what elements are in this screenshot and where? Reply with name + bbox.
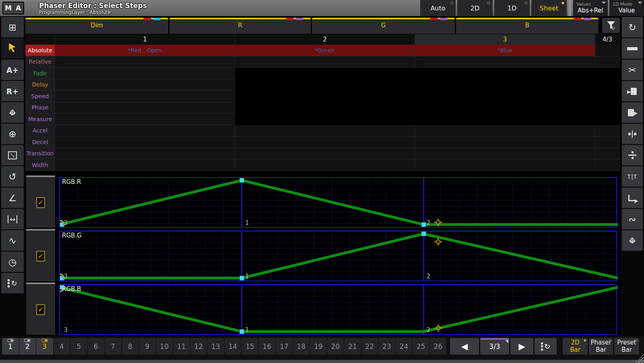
graph-checkbox-rgb.r[interactable]: ✓	[36, 197, 45, 208]
page-next-button[interactable]: ▶	[510, 338, 533, 355]
step-column-4/3[interactable]: 4/3	[595, 34, 620, 45]
page-indicator[interactable]: 3/3	[480, 338, 509, 355]
row-label-measure[interactable]: Measure	[25, 113, 55, 125]
table-cell[interactable]	[235, 56, 415, 68]
row-label-phase[interactable]: Phase	[25, 102, 55, 114]
ma-logo-icon[interactable]: MA	[2, 2, 24, 14]
paste-after-button[interactable]: ▶	[622, 102, 643, 123]
arrange-grid-button[interactable]: ⊞	[1, 17, 24, 37]
row-label-speed[interactable]: Speed	[25, 91, 55, 102]
table-cell[interactable]	[55, 91, 235, 102]
phaser-step-15[interactable]: 15	[242, 338, 258, 355]
phaser-step-13[interactable]: 13	[207, 338, 224, 355]
table-cell[interactable]	[595, 148, 620, 160]
table-cell[interactable]: *Green	[235, 45, 415, 56]
table-cell[interactable]	[415, 125, 595, 137]
table-cell[interactable]	[55, 79, 235, 91]
phaser-step-18[interactable]: 18	[293, 338, 310, 355]
attribute-tab-g[interactable]: G	[312, 18, 455, 34]
graph-panel-rgb.b[interactable]: RGB.B312	[59, 284, 617, 335]
table-cell[interactable]	[55, 68, 235, 79]
table-cell[interactable]	[235, 159, 415, 171]
attribute-tab-r[interactable]: R	[169, 18, 311, 34]
row-label-transition[interactable]: Transition	[25, 148, 55, 160]
graph-panel-rgb.r[interactable]: RGB.R312	[59, 177, 617, 228]
phaser-curve-rgb.b[interactable]	[60, 285, 618, 334]
phaser-step-16[interactable]: 16	[259, 338, 276, 355]
table-cell[interactable]	[235, 125, 415, 137]
rotate-button[interactable]: ↺	[1, 166, 24, 187]
step-column-1[interactable]: 1	[55, 34, 235, 45]
row-label-width[interactable]: Width	[25, 159, 55, 171]
graph-panel-rgb.g[interactable]: RGB.G312	[59, 231, 617, 281]
filter-button[interactable]: ↻	[602, 18, 620, 33]
table-cell[interactable]	[415, 148, 595, 160]
table-cell[interactable]: *Red ..Open	[55, 45, 235, 56]
phaser-step-22[interactable]: 22	[361, 338, 378, 355]
table-cell[interactable]	[55, 56, 235, 68]
table-cell[interactable]: *Blue	[415, 45, 595, 56]
attribute-tab-b[interactable]: B	[456, 18, 599, 34]
phaser-step-6[interactable]: 6	[88, 338, 105, 355]
divide-button[interactable]	[622, 145, 643, 165]
row-label-decel[interactable]: Decel	[25, 136, 55, 148]
phaser-step-10[interactable]: 10	[156, 338, 173, 355]
page-prev-button[interactable]: ◀	[450, 338, 479, 355]
table-cell[interactable]	[55, 136, 235, 148]
graph-checkbox-rgb.b[interactable]: ✓	[36, 304, 45, 315]
table-cell[interactable]	[55, 102, 235, 114]
rotate-corner-button[interactable]	[622, 188, 643, 208]
resize-grip[interactable]	[636, 355, 644, 363]
pointer-button[interactable]	[1, 38, 24, 59]
table-cell[interactable]	[595, 125, 620, 137]
stopwatch-button[interactable]: ◷	[1, 252, 24, 272]
move-button[interactable]: ↔↕	[1, 102, 24, 123]
table-cell[interactable]	[595, 136, 620, 148]
sequence-loop-button[interactable]: ↻	[1, 273, 24, 293]
scale-frame-button[interactable]: ⤡	[1, 145, 24, 165]
table-cell[interactable]	[415, 56, 595, 68]
table-cell[interactable]	[595, 56, 620, 68]
phaser-step-25[interactable]: 25	[413, 338, 429, 355]
table-cell[interactable]	[415, 159, 595, 171]
table-cell[interactable]	[235, 136, 415, 148]
phaser-step-5[interactable]: 5	[70, 338, 87, 355]
phaser-step-21[interactable]: 21	[344, 338, 361, 355]
phaser-curve-rgb.r[interactable]	[60, 178, 618, 227]
move-all-button[interactable]: ↔↕	[622, 230, 643, 251]
phaser-step-24[interactable]: 24	[396, 338, 413, 355]
table-cell[interactable]	[595, 159, 620, 171]
table-cell[interactable]	[55, 113, 235, 125]
cut-button[interactable]: ✂	[622, 60, 643, 80]
row-label-delay[interactable]: Delay	[25, 79, 55, 91]
step-loop-button[interactable]: ↻	[535, 338, 557, 355]
phaser-step-2[interactable]: 2	[19, 338, 36, 355]
table-cell[interactable]	[235, 148, 415, 160]
graph-checkbox-rgb.g[interactable]: ✓	[36, 251, 45, 262]
phaser-step-12[interactable]: 12	[190, 338, 207, 355]
phaser-step-3[interactable]: 3	[36, 338, 53, 355]
table-cell[interactable]	[55, 148, 235, 160]
phaser-step-4[interactable]: 4	[54, 338, 70, 355]
phaser-step-11[interactable]: 11	[173, 338, 190, 355]
width-button[interactable]: ↔	[1, 209, 24, 229]
row-label-accel[interactable]: Accel	[25, 125, 55, 137]
align-width-button[interactable]: T|T	[622, 166, 643, 187]
add-relative-button[interactable]: R+	[1, 81, 24, 101]
phaser-step-8[interactable]: 8	[122, 338, 139, 355]
phaser-step-26[interactable]: 26	[430, 338, 447, 355]
phaser-step-23[interactable]: 23	[378, 338, 395, 355]
phaser-step-19[interactable]: 19	[310, 338, 327, 355]
move-circle-button[interactable]: ⊕	[1, 124, 24, 144]
mirror-button[interactable]	[622, 124, 643, 144]
attribute-tab-dim[interactable]: Dim	[25, 18, 168, 34]
table-cell[interactable]	[415, 136, 595, 148]
bar-button-preset-bar[interactable]: PresetBar	[614, 338, 639, 355]
bar-button-2d-bar[interactable]: 2DBar	[563, 338, 588, 355]
table-cell[interactable]	[595, 45, 620, 56]
swap-button[interactable]: ∾	[622, 209, 643, 229]
phaser-step-20[interactable]: 20	[327, 338, 344, 355]
row-label-fade[interactable]: Fade	[25, 68, 55, 79]
phaser-step-17[interactable]: 17	[276, 338, 293, 355]
bar-button-phaser-bar[interactable]: PhaserBar	[589, 338, 613, 355]
